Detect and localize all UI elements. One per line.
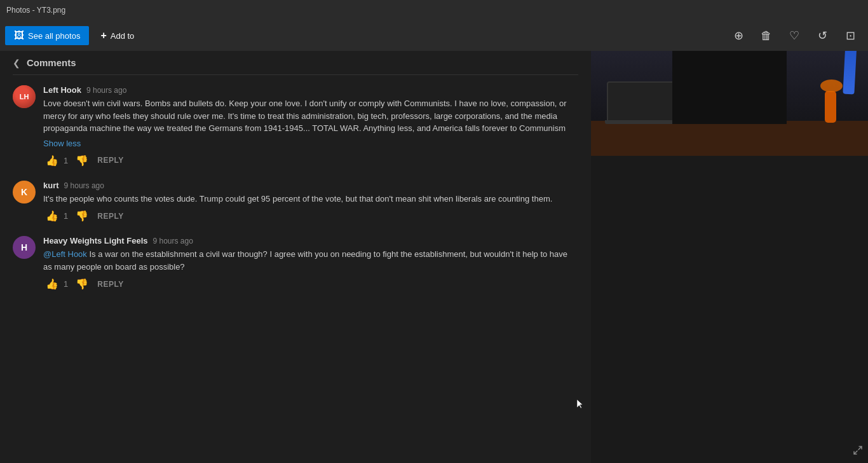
comment-actions: 👍 1 👎 REPLY [43,153,578,168]
comment-body: Left Hook 9 hours ago Love doesn't win c… [43,85,578,168]
comment-body: kurt 9 hours ago It's the people who cou… [43,181,578,224]
comment-header-line: Left Hook 9 hours ago [43,85,578,95]
comment-header-line: kurt 9 hours ago [43,181,578,190]
comment-item: H Heavy Weights Light Feels 9 hours ago … [13,236,578,291]
heart-icon: ♡ [789,29,799,43]
comment-item: K kurt 9 hours ago It's the people who c… [13,181,578,224]
zoom-icon: ⊕ [734,29,743,43]
dislike-button[interactable]: 👎 [73,277,91,291]
like-count: 1 [64,156,68,165]
show-less-button[interactable]: Show less [43,139,81,148]
comments-title: Comments [27,57,76,68]
see-all-button[interactable]: 🖼 See all photos [5,26,89,45]
comment-time: 9 hours ago [153,237,193,245]
comments-section: ❮ Comments LH Left Hook 9 hours ago Love… [0,51,591,310]
add-to-button[interactable]: + Add to [92,26,143,45]
rotate-icon: ↺ [818,29,827,43]
comment-header-line: Heavy Weights Light Feels 9 hours ago [43,236,578,245]
comment-time: 9 hours ago [64,181,104,190]
comment-author: kurt [43,181,59,190]
comment-text: It's the people who counts the votes dud… [43,193,578,205]
reply-button[interactable]: REPLY [93,279,127,290]
lamp-shade [820,79,843,92]
like-button[interactable]: 👍 [43,153,61,168]
zoom-button[interactable]: ⊕ [726,23,751,48]
comment-actions: 👍 1 👎 REPLY [43,277,578,291]
like-button[interactable]: 👍 [43,277,61,291]
rotate-button[interactable]: ↺ [810,23,835,48]
collapse-button[interactable]: ❮ [13,58,20,68]
dislike-button[interactable]: 👎 [73,153,91,168]
title-bar-text: Photos - YT3.png [6,6,65,15]
laptop [607,81,677,123]
avatar-initial: LH [20,93,29,100]
comment-item: LH Left Hook 9 hours ago Love doesn't wi… [13,85,578,168]
avatar-initial: H [21,242,27,252]
right-dark-area [591,156,868,463]
comment-body: Heavy Weights Light Feels 9 hours ago @L… [43,236,578,291]
right-panel [591,0,868,463]
lamp [825,91,836,123]
delete-button[interactable]: 🗑 [754,23,779,48]
like-count: 1 [64,279,68,289]
avatar: LH [13,85,36,108]
favorite-button[interactable]: ♡ [782,23,807,48]
avatar: H [13,236,36,259]
avatar: K [13,181,36,204]
like-count: 1 [64,211,68,221]
laptop-base [605,120,679,124]
dislike-button[interactable]: 👎 [73,209,91,223]
comment-text: Love doesn't win civil wars. Bombs and b… [43,97,578,135]
photos-icon: 🖼 [14,30,24,41]
comment-mention: @Left Hook [43,249,87,259]
comment-actions: 👍 1 👎 REPLY [43,209,578,223]
comment-time: 9 hours ago [86,86,126,95]
comments-header: ❮ Comments [13,57,578,75]
avatar-initial: K [21,187,27,197]
desk [591,121,868,156]
plus-icon: + [100,30,106,41]
crop-button[interactable]: ⊡ [837,23,863,48]
main-content: ❮ Comments LH Left Hook 9 hours ago Love… [0,51,591,463]
like-button[interactable]: 👍 [43,209,61,223]
title-bar: Photos - YT3.png [0,0,868,20]
expand-icon[interactable] [853,445,863,458]
crop-icon: ⊡ [846,29,855,43]
comment-author: Left Hook [43,85,81,95]
trash-icon: 🗑 [761,29,772,43]
reply-button[interactable]: REPLY [93,211,127,222]
reply-button[interactable]: REPLY [93,155,127,166]
toolbar: 🖼 See all photos + Add to ⊕ 🗑 ♡ ↺ ⊡ [0,20,868,51]
comment-author: Heavy Weights Light Feels [43,236,147,245]
comment-text: @Left Hook Is a war on the establishment… [43,248,578,273]
